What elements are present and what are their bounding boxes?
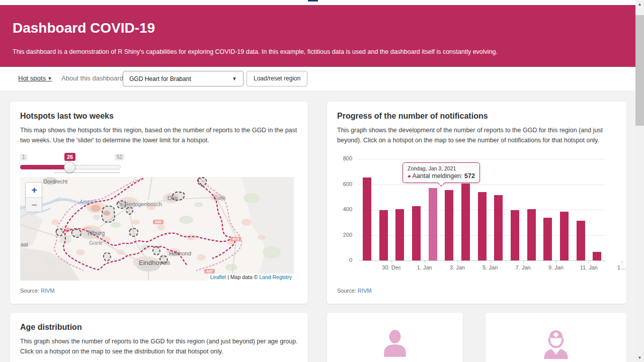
x-axis-tick-label: 3. Jan <box>450 264 465 270</box>
chevron-down-icon: ▼ <box>48 76 52 81</box>
chart-bar[interactable] <box>527 209 536 260</box>
tab-about-label: About this dashboard <box>61 74 123 82</box>
scrollbar-thumb[interactable] <box>635 15 644 126</box>
tooltip-value: 572 <box>464 172 475 179</box>
chart-bar[interactable] <box>395 209 404 260</box>
placeholder-card-nurse <box>486 313 626 362</box>
notifications-chart[interactable]: Zondag, Jan 3, 2021 ● Aantal meldingen: … <box>334 151 618 279</box>
tab-hot-spots-label: Hot spots <box>18 74 46 82</box>
chart-gridline <box>359 260 605 261</box>
x-axis-tick <box>425 261 425 263</box>
x-axis-tick-label: 5. Jan <box>482 264 498 270</box>
chart-bar[interactable] <box>429 188 437 260</box>
source-line: Source: RIVM <box>20 288 54 294</box>
y-axis-tick-label: 200 <box>337 232 352 238</box>
tab-hot-spots[interactable]: Hot spots ▼ <box>18 74 52 82</box>
notifications-card-title: Progress of the number of notifications <box>337 112 488 121</box>
x-axis-tick-label: 1. Jan <box>417 264 432 270</box>
chart-bar[interactable] <box>560 212 569 260</box>
age-distribution-card: Age distribution This graph shows the nu… <box>10 313 308 362</box>
hotspots-map[interactable]: Leaflet | Map data © Land Registry + − D… <box>20 177 294 281</box>
slider-max-label: 52 <box>115 154 124 160</box>
x-axis-tick <box>523 261 524 263</box>
chart-gridline <box>359 185 605 185</box>
hotspots-card-description: This map shows the hotspots for this reg… <box>20 126 298 146</box>
chart-bar[interactable] <box>511 210 519 260</box>
person-icon <box>380 330 410 359</box>
chart-bar[interactable] <box>363 177 371 260</box>
tab-loading-indicator <box>308 0 318 2</box>
chart-bar[interactable] <box>445 190 453 260</box>
region-select[interactable]: GGD Heart for Brabant ▼ <box>123 71 244 86</box>
chart-bar[interactable] <box>577 221 585 260</box>
age-card-description: This graph shows the number of reports t… <box>20 337 298 357</box>
leaflet-link[interactable]: Leaflet <box>210 274 226 280</box>
source-line: Source: RIVM <box>337 288 371 294</box>
y-axis-tick-label: 400 <box>337 206 352 212</box>
slider-handle[interactable] <box>64 161 75 173</box>
x-axis-tick-label: 9. Jan <box>548 264 564 270</box>
load-reset-region-button[interactable]: Load/reset region <box>247 71 307 86</box>
x-axis-tick-label: 30. Dec <box>382 264 401 270</box>
hotspot-threshold-slider[interactable]: 1 26 52 <box>20 154 121 174</box>
land-registry-link[interactable]: Land Registry <box>259 274 292 280</box>
slider-value-badge: 26 <box>64 153 75 161</box>
x-axis-tick <box>589 261 589 263</box>
series-bullet-icon: ● <box>408 173 411 179</box>
x-axis-tick-label: 7. Jan <box>516 264 531 270</box>
chart-bar[interactable] <box>494 195 503 260</box>
y-axis-tick-label: 0 <box>337 257 352 263</box>
chart-bar[interactable] <box>412 206 421 260</box>
notifications-card: Progress of the number of notifications … <box>327 102 626 304</box>
dashboard-header: Dashboard COVID-19 This dashboard is a d… <box>0 5 635 67</box>
page-subtitle: This dashboard is a demonstration of R S… <box>13 48 498 55</box>
x-axis-tick <box>457 261 458 263</box>
scroll-down-icon[interactable]: ▼ <box>635 353 644 362</box>
chart-tooltip: Zondag, Jan 3, 2021 ● Aantal meldingen: … <box>403 162 480 183</box>
x-axis-tick <box>490 261 491 263</box>
tooltip-arrow <box>438 179 445 187</box>
navbar: Hot spots ▼ About this dashboard GGD Hea… <box>0 67 635 90</box>
y-axis-tick-label: 800 <box>337 155 352 161</box>
x-axis-tick <box>556 261 556 263</box>
hotspots-card: Hotspots last two weeks This map shows t… <box>10 102 308 304</box>
chart-bar[interactable] <box>593 252 601 260</box>
source-label: Source: <box>20 288 39 294</box>
y-axis-tick-label: 600 <box>337 181 352 187</box>
tooltip-row: ● Aantal meldingen: 572 <box>408 172 475 179</box>
region-select-value: GGD Heart for Brabant <box>129 75 191 82</box>
tab-about-dashboard[interactable]: About this dashboard <box>61 74 123 82</box>
tooltip-date: Zondag, Jan 3, 2021 <box>408 165 475 171</box>
map-data-text: | Map data © <box>226 274 259 280</box>
tooltip-series-label: Aantal meldingen: <box>412 172 462 179</box>
hotspots-card-title: Hotspots last two weeks <box>20 112 114 121</box>
notifications-card-description: This graph shows the development of the … <box>337 126 619 146</box>
chart-bar[interactable] <box>461 184 470 260</box>
map-zoom-control: + − <box>25 182 42 212</box>
page-title: Dashboard COVID-19 <box>13 20 155 36</box>
slider-min-label: 1 <box>20 154 27 160</box>
source-label: Source: <box>337 288 356 294</box>
scroll-up-icon[interactable]: ▲ <box>635 0 644 9</box>
rivm-link[interactable]: RIVM <box>358 288 372 294</box>
map-attribution: Leaflet | Map data © Land Registry <box>208 274 294 281</box>
chart-bar[interactable] <box>543 218 552 260</box>
nurse-icon <box>541 330 571 359</box>
chart-gridline <box>359 159 605 159</box>
chevron-down-icon: ▼ <box>232 76 237 81</box>
rivm-link[interactable]: RIVM <box>41 288 55 294</box>
plus-icon[interactable]: + <box>26 183 42 197</box>
map-canvas <box>20 177 294 281</box>
x-axis-tick <box>622 261 622 263</box>
browser-top-strip <box>0 0 635 5</box>
age-card-title: Age distribution <box>20 323 82 332</box>
x-axis-tick-label: 1… <box>617 264 626 270</box>
page-scrollbar[interactable]: ▲ ▼ <box>635 0 644 362</box>
x-axis-tick <box>391 261 392 263</box>
minus-icon[interactable]: − <box>26 197 42 212</box>
x-axis-tick-label: 11. Jan <box>580 264 598 270</box>
chart-bar[interactable] <box>379 210 388 260</box>
chart-bar[interactable] <box>478 192 487 260</box>
slider-fill <box>20 165 70 169</box>
slider-grid-line <box>54 172 120 173</box>
